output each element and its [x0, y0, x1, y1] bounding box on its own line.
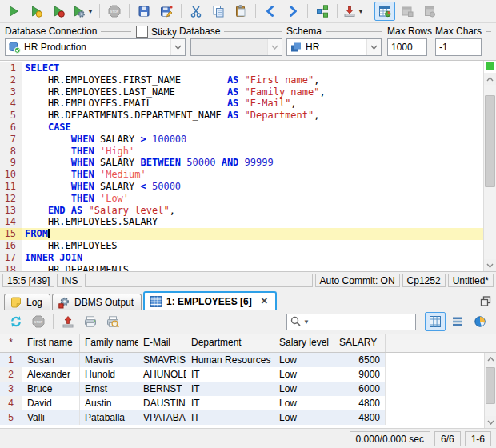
result-search-box[interactable]: ▼ — [286, 314, 416, 330]
refresh-result-button[interactable] — [6, 312, 26, 331]
code-line[interactable]: 1SELECT — [0, 62, 483, 74]
print-preview-button[interactable] — [102, 312, 123, 331]
table-cell[interactable]: Low — [274, 367, 334, 382]
table-row[interactable]: 2AlexanderHunoldAHUNOLDITLow9000 — [0, 367, 496, 382]
code-line[interactable]: 17INNER JOIN — [0, 252, 483, 264]
dropdown-caret-icon[interactable]: ▼ — [358, 8, 364, 15]
table-cell[interactable]: Austin — [80, 396, 138, 410]
search-input[interactable] — [310, 315, 413, 328]
max-rows-input[interactable] — [387, 38, 427, 56]
tab-log[interactable]: Log — [4, 294, 50, 310]
connection-select[interactable]: HR Production — [5, 38, 186, 56]
code-line[interactable]: 11 WHEN SALARY < 50000 — [0, 181, 483, 193]
column-header-department[interactable]: Department — [186, 334, 274, 352]
run-current-button[interactable] — [26, 2, 47, 21]
scrollbar-thumb[interactable] — [485, 95, 495, 187]
editor-scrollbar[interactable] — [483, 61, 496, 271]
table-row[interactable]: 1SusanMavrisSMAVRISHuman ResourcesLow650… — [0, 353, 496, 367]
search-options-caret-icon[interactable]: ▼ — [303, 318, 310, 326]
code-line[interactable]: 3 HR.EMPLOYEES.LAST_NAME AS "Family name… — [0, 86, 483, 98]
code-line[interactable]: 12 THEN 'Low' — [0, 193, 483, 205]
run-all-button[interactable] — [4, 2, 25, 21]
table-cell[interactable]: Mavris — [80, 353, 138, 367]
code-area[interactable]: 1SELECT2 HR.EMPLOYEES.FIRST_NAME AS "Fir… — [0, 61, 483, 271]
code-line[interactable]: 5 HR.DEPARTMENTS.DEPARTMENT_NAME AS "Dep… — [0, 110, 483, 122]
table-cell[interactable]: Susan — [22, 353, 80, 367]
code-line[interactable]: 8 THEN 'High' — [0, 146, 483, 158]
table-cell[interactable]: SMAVRIS — [138, 353, 186, 367]
table-cell[interactable]: BERNST — [138, 382, 186, 396]
tab-dbms-output[interactable]: DBMS Output — [52, 294, 142, 310]
code-line[interactable]: 2 HR.EMPLOYEES.FIRST_NAME AS "First name… — [0, 74, 483, 86]
save-as-button[interactable] — [156, 2, 177, 21]
scrollbar-thumb[interactable] — [486, 367, 495, 405]
table-cell[interactable]: 6000 — [334, 382, 386, 396]
table-cell[interactable]: 4800 — [334, 396, 386, 410]
table-cell[interactable]: Alexander — [22, 367, 80, 382]
sql-editor[interactable]: 1SELECT2 HR.EMPLOYEES.FIRST_NAME AS "Fir… — [0, 60, 496, 272]
close-icon[interactable]: ✕ — [261, 296, 268, 306]
table-cell[interactable]: Ernst — [80, 382, 138, 396]
scroll-up-icon[interactable] — [484, 73, 496, 85]
cut-button[interactable] — [186, 2, 206, 21]
table-row[interactable]: 3BruceErnstBERNSTITLow6000 — [0, 382, 496, 396]
table-cell[interactable]: Low — [274, 410, 334, 425]
table-cell[interactable]: IT — [186, 396, 274, 410]
table-cell[interactable]: IT — [186, 382, 274, 396]
table-cell[interactable]: Low — [274, 382, 334, 396]
table-cell[interactable]: IT — [186, 367, 274, 382]
code-line[interactable]: 9 WHEN SALARY BETWEEN 50000 AND 99999 — [0, 157, 483, 169]
explain-plan-button[interactable] — [312, 2, 333, 21]
table-cell[interactable]: VPATABAL — [138, 410, 186, 425]
save-button[interactable] — [134, 2, 154, 21]
copy-button[interactable] — [208, 2, 229, 21]
run-macro-button[interactable]: ▼ — [71, 2, 95, 21]
forward-button[interactable] — [282, 2, 303, 21]
table-cell[interactable]: DAUSTIN — [138, 396, 186, 410]
dropdown-caret-icon[interactable]: ▼ — [87, 8, 94, 15]
table-cell[interactable]: IT — [186, 410, 274, 425]
scroll-up-icon[interactable] — [485, 353, 496, 365]
table-row[interactable]: 4DavidAustinDAUSTINITLow4800 — [0, 396, 496, 410]
table-cell[interactable]: David — [22, 396, 80, 410]
table-cell[interactable]: AHUNOLD — [138, 367, 186, 382]
code-line[interactable]: 15FROM — [0, 228, 483, 240]
print-data-button[interactable] — [80, 312, 101, 331]
code-line[interactable]: 10 THEN 'Medium' — [0, 169, 483, 181]
code-line[interactable]: 13 END AS "Salary level", — [0, 205, 483, 217]
code-line[interactable]: 18 HR.DEPARTMENTS — [0, 264, 483, 271]
code-line[interactable]: 4 HR.EMPLOYEES.EMAIL AS "E-Mail", — [0, 98, 483, 110]
column-header-salary-level[interactable]: Salary level — [274, 334, 334, 352]
scrollbar-track[interactable] — [485, 365, 496, 416]
view-chart-button[interactable] — [470, 312, 490, 331]
view-grid-button[interactable] — [425, 312, 446, 331]
column-header-e-mail[interactable]: E-Mail — [138, 334, 186, 352]
scroll-down-icon[interactable] — [485, 416, 496, 428]
column-header-salary[interactable]: SALARY — [334, 334, 386, 352]
table-cell[interactable]: 4800 — [334, 410, 386, 425]
run-selected-button[interactable] — [49, 2, 70, 21]
code-line[interactable]: 6 CASE — [0, 122, 483, 134]
column-header-family-name[interactable]: Family name — [80, 334, 138, 352]
table-cell[interactable]: Human Resources — [186, 353, 274, 367]
table-cell[interactable]: Hunold — [80, 367, 138, 382]
chevron-down-icon[interactable] — [170, 39, 185, 55]
table-cell[interactable]: Pataballa — [80, 410, 138, 425]
table-cell[interactable]: Low — [274, 353, 334, 367]
table-row[interactable]: 5ValliPataballaVPATABALITLow4800 — [0, 410, 496, 425]
detach-result-icon[interactable] — [479, 294, 492, 307]
scrollbar-track[interactable] — [484, 85, 496, 259]
table-cell[interactable]: Valli — [22, 410, 80, 425]
table-cell[interactable]: Low — [274, 396, 334, 410]
table-cell[interactable]: Bruce — [22, 382, 80, 396]
import-data-button[interactable]: ▼ — [342, 2, 366, 21]
upload-data-button[interactable] — [58, 312, 78, 331]
table-scrollbar[interactable] — [484, 353, 496, 428]
table-cell[interactable]: 9000 — [334, 367, 386, 382]
tab-1-employees-6[interactable]: 1: EMPLOYEES [6]✕ — [143, 291, 277, 310]
view-form-button[interactable] — [447, 312, 468, 331]
table-cell[interactable]: 6500 — [334, 353, 386, 367]
sticky-checkbox[interactable] — [136, 26, 148, 38]
code-line[interactable]: 16 HR.EMPLOYEES — [0, 240, 483, 252]
column-header-first-name[interactable]: First name — [22, 334, 80, 352]
